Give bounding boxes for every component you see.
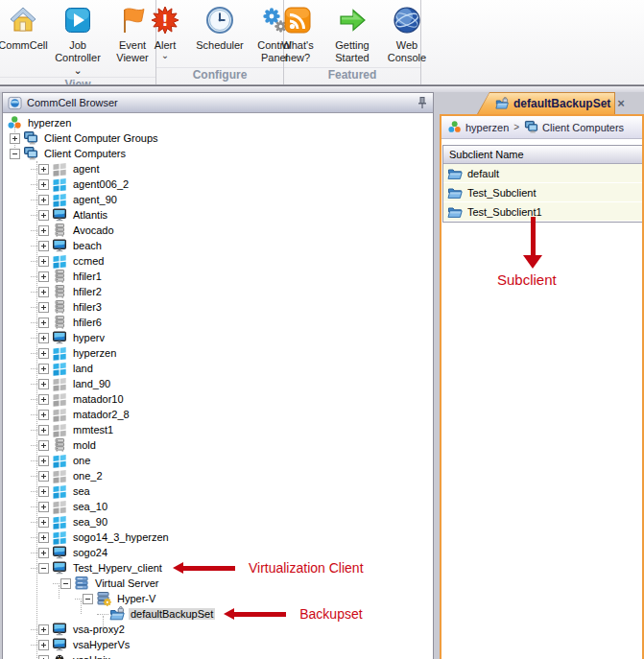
expand-plus-icon[interactable]: [38, 164, 49, 175]
tree-item-hyperzen[interactable]: hyperzen: [3, 115, 433, 130]
expand-plus-icon[interactable]: [38, 410, 49, 420]
whats-new-button[interactable]: What's new?: [272, 5, 323, 64]
commcell-icon: [7, 115, 22, 130]
collapse-minus-icon[interactable]: [83, 594, 93, 604]
subclient-name-column-header[interactable]: Subclient Name: [443, 146, 642, 164]
chevron-down-icon: ⌄: [161, 52, 169, 59]
expand-plus-icon[interactable]: [38, 379, 49, 389]
tree-item-atlantis[interactable]: Atlantis: [3, 207, 433, 223]
commcell-button[interactable]: CommCell: [0, 5, 49, 52]
tree-item-hyperv[interactable]: hyperv: [3, 330, 433, 345]
expand-plus-icon[interactable]: [10, 133, 20, 144]
tree-item-one-2[interactable]: one_2: [3, 468, 433, 483]
tree-item-agent[interactable]: agent: [3, 161, 433, 177]
expand-plus-icon[interactable]: [38, 179, 49, 190]
expand-plus-icon[interactable]: [38, 394, 49, 405]
tree-item-sea-10[interactable]: sea_10: [3, 499, 433, 514]
expand-plus-icon[interactable]: [38, 241, 49, 251]
tree-item-beach[interactable]: beach: [3, 238, 433, 253]
expand-plus-icon[interactable]: [38, 624, 49, 635]
tree-item-vsa-proxy2[interactable]: vsa-proxy2: [3, 622, 433, 637]
breadcrumb-item-client-computers[interactable]: Client Computers: [524, 120, 624, 134]
collapse-minus-icon[interactable]: [60, 578, 71, 589]
tree-item-label: land: [71, 363, 95, 374]
tree-item-ccmed[interactable]: ccmed: [3, 253, 433, 269]
commcell-icon: [447, 120, 462, 134]
collapse-minus-icon[interactable]: [10, 149, 20, 159]
tree-item-defaultbackupset[interactable]: defaultBackupSetBackupset: [3, 606, 433, 622]
expand-plus-icon[interactable]: [38, 486, 49, 497]
tree-item-label: sea: [71, 485, 92, 497]
expand-plus-icon[interactable]: [38, 271, 49, 282]
expand-plus-icon[interactable]: [38, 456, 49, 466]
expand-plus-icon[interactable]: [38, 348, 49, 359]
expand-plus-icon[interactable]: [38, 210, 49, 221]
tree-item-agent-90[interactable]: agent_90: [3, 192, 433, 207]
tree-item-vsaunix[interactable]: vsaUnix: [3, 652, 433, 659]
expand-plus-icon[interactable]: [38, 517, 49, 528]
tree-item-hfiler3[interactable]: hfiler3: [3, 299, 433, 315]
ribbon-group-configure: !Alert⌄SchedulerControl Panel Configure: [156, 0, 284, 84]
expand-plus-icon[interactable]: [38, 256, 49, 267]
expand-plus-icon[interactable]: [38, 302, 49, 313]
tree-connector: [31, 292, 37, 293]
ribbon-group-configure-label: Configure: [156, 67, 283, 84]
tree-item-sogo14-3-hyperzen[interactable]: sogo14_3_hyperzen: [3, 530, 433, 545]
expand-plus-icon[interactable]: [38, 502, 49, 512]
tree-item-hfiler1[interactable]: hfiler1: [3, 269, 433, 284]
tab-defaultbackupset[interactable]: defaultBackupSet ×: [477, 92, 615, 114]
tree-item-hyperzen[interactable]: hyperzen: [3, 345, 433, 361]
tree-item-hyper-v[interactable]: Hyper-V: [3, 591, 433, 606]
tree-item-client-computer-groups[interactable]: Client Computer Groups: [3, 130, 433, 146]
tree-item-hfiler2[interactable]: hfiler2: [3, 284, 433, 299]
expand-plus-icon[interactable]: [38, 440, 49, 451]
folder-icon: [447, 185, 463, 200]
pin-icon[interactable]: [417, 96, 428, 109]
expand-plus-icon[interactable]: [38, 655, 49, 659]
tree-item-virtual-server[interactable]: Virtual Server: [3, 576, 433, 591]
expand-plus-icon[interactable]: [38, 425, 49, 435]
subclient-row-test-subclient1[interactable]: Test_Subclient1: [443, 202, 642, 222]
tree-item-vsahypervs[interactable]: vsaHyperVs: [3, 637, 433, 652]
tree-item-one[interactable]: one: [3, 453, 433, 468]
tree-item-sea[interactable]: sea: [3, 483, 433, 499]
job-controller-button[interactable]: Job Controller ⌄: [52, 5, 104, 77]
expand-plus-icon[interactable]: [38, 195, 49, 205]
expand-plus-icon[interactable]: [38, 225, 49, 236]
tree-item-label: hfiler2: [71, 286, 104, 297]
tree-connector: [31, 338, 37, 339]
alert-button[interactable]: !Alert⌄: [139, 5, 191, 59]
tree-item-land[interactable]: land: [3, 361, 433, 376]
scheduler-button[interactable]: Scheduler: [194, 5, 246, 52]
subclient-row-test-subclient[interactable]: Test_Subclient: [443, 183, 642, 202]
tree-item-avocado[interactable]: Avocado: [3, 223, 433, 238]
tree-item-agent006-2[interactable]: agent006_2: [3, 177, 433, 192]
expand-plus-icon[interactable]: [38, 333, 49, 343]
tree-item-matador2-8[interactable]: matador2_8: [3, 407, 433, 422]
subclient-row-default[interactable]: default: [443, 164, 642, 183]
breadcrumb-item-hyperzen[interactable]: hyperzen: [447, 120, 509, 134]
tree-item-sogo24[interactable]: sogo24: [3, 545, 433, 560]
getting-started-button[interactable]: Getting Started: [326, 5, 378, 64]
tree-connector: [31, 629, 37, 630]
tree-item-hfiler6[interactable]: hfiler6: [3, 315, 433, 330]
tree-connector: [31, 307, 37, 308]
expand-plus-icon[interactable]: [38, 287, 49, 297]
tree-item-client-computers[interactable]: Client Computers: [3, 146, 433, 161]
tree-item-test-hyperv-client[interactable]: Test_Hyperv_clientVirtualization Client: [3, 560, 433, 576]
breadcrumb-label: hyperzen: [465, 122, 509, 133]
expand-plus-icon[interactable]: [38, 318, 49, 328]
collapse-minus-icon[interactable]: [38, 563, 49, 574]
tab-close-icon[interactable]: ×: [617, 99, 625, 108]
expand-plus-icon[interactable]: [38, 548, 49, 558]
breadcrumb-label: Client Computers: [542, 122, 624, 133]
tree-item-sea-90[interactable]: sea_90: [3, 514, 433, 530]
tree-item-matador10[interactable]: matador10: [3, 391, 433, 407]
expand-plus-icon[interactable]: [38, 471, 49, 482]
expand-plus-icon[interactable]: [38, 640, 49, 650]
expand-plus-icon[interactable]: [38, 364, 49, 374]
tree-item-mold[interactable]: mold: [3, 437, 433, 453]
tree-item-land-90[interactable]: land_90: [3, 376, 433, 391]
tree-item-mmtest1[interactable]: mmtest1: [3, 422, 433, 437]
expand-plus-icon[interactable]: [38, 532, 49, 543]
